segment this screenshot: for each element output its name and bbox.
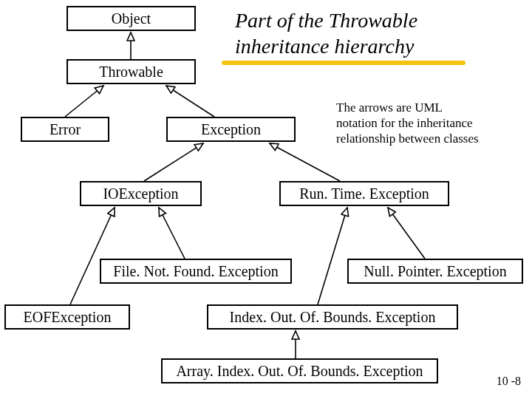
title-line-1: Part of the Throwable xyxy=(235,7,417,33)
svg-line-1 xyxy=(65,86,103,117)
title-underline xyxy=(222,61,466,65)
class-exception: Exception xyxy=(166,117,296,142)
svg-line-6 xyxy=(70,208,115,304)
class-null-pointer-exception: Null. Pointer. Exception xyxy=(347,259,523,284)
class-eof-exception: EOFException xyxy=(4,304,130,330)
title-line-2: inheritance hierarchy xyxy=(235,33,414,59)
slide-number: 10 -8 xyxy=(497,375,521,388)
class-error: Error xyxy=(21,117,109,142)
class-object: Object xyxy=(66,6,196,31)
note-line-3: relationship between classes xyxy=(336,131,479,146)
svg-line-4 xyxy=(270,143,340,181)
class-index-oob-exception: Index. Out. Of. Bounds. Exception xyxy=(207,304,458,330)
svg-line-2 xyxy=(166,86,214,117)
note-line-2: notation for the inheritance xyxy=(336,115,473,131)
svg-line-5 xyxy=(159,208,185,259)
svg-line-8 xyxy=(318,208,347,304)
class-file-not-found-exception: File. Not. Found. Exception xyxy=(100,259,292,284)
note-line-1: The arrows are UML xyxy=(336,100,443,115)
class-runtime-exception: Run. Time. Exception xyxy=(279,181,449,206)
class-ioexception: IOException xyxy=(80,181,202,206)
class-array-index-oob-exception: Array. Index. Out. Of. Bounds. Exception xyxy=(161,358,438,383)
svg-line-3 xyxy=(144,143,203,181)
svg-line-7 xyxy=(388,208,425,259)
class-throwable: Throwable xyxy=(66,59,196,84)
